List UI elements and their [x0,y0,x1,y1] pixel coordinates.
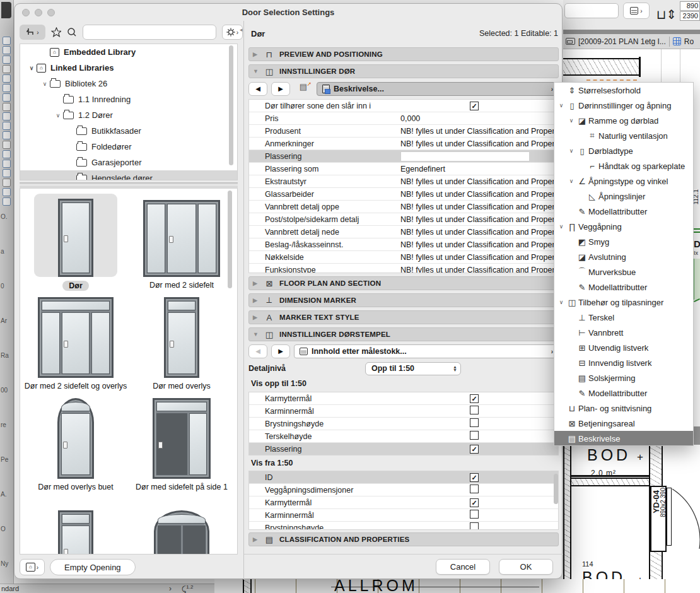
param-row-funksjonstype[interactable]: FunksjonstypeNB! fylles ut under Classif… [249,264,558,273]
param-value[interactable]: NB! fylles ut under Classification and P… [400,253,558,262]
thumbnail-partial-6[interactable] [25,496,126,555]
param-row-plassering-som[interactable]: Plassering somEgendefinert [249,163,558,175]
menu-item-smyg[interactable]: ◩Smyg [554,234,693,249]
menu-item-modellattributter[interactable]: ✎Modellattributter [554,279,693,295]
param-value[interactable]: Egendefinert [400,165,558,173]
empty-opening-button[interactable]: Empty Opening [50,559,136,575]
menu-item-betjeningsareal[interactable]: ⊠Betjeningsareal [554,416,693,431]
param-value[interactable]: NB! fylles ut under Classification and P… [400,139,558,148]
checklist-row-brystningsh-yde[interactable]: Brystningshøyde [249,522,558,530]
menu-item-modellattributter[interactable]: ✎Modellattributter [554,385,693,401]
expand-chevron-icon[interactable]: ∨ [40,81,50,87]
menu-item-avslutning[interactable]: ◪Avslutning [554,249,693,264]
palette-icon[interactable] [3,65,11,73]
menu-item-vannbrett[interactable]: ⊢Vannbrett [554,325,693,340]
library-part-button[interactable]: ⌂ › [20,559,45,575]
checklist-checkbox[interactable] [470,510,479,519]
param-value[interactable]: NB! fylles ut under Classification and P… [400,228,558,237]
stamp-page-selector[interactable]: Innhold etter målestokk... › [294,344,559,358]
menu-item--pningstype-og-vinkel[interactable]: ∨∠Åpningstype og vinkel [554,173,693,189]
param-value[interactable]: 0,000 [400,114,558,123]
palette-icon[interactable] [3,56,11,64]
palette-icon[interactable] [3,74,11,83]
pen-scale-icon[interactable]: ⤹1.2 [182,584,193,593]
thumbnail-d-r-med-sidefelt-p-side-1[interactable]: Dør med sidefelt på side 1 [131,396,232,491]
section-innstillinger-dorstempel[interactable]: ▼ ◫ INNSTILLINGER DØRSTEMPEL [248,327,559,341]
next-page-button[interactable]: ▶ [271,82,290,96]
thumbnail-d-r-med-overlys-buet[interactable]: Dør med overlys buet [25,396,126,491]
chevron-right-icon[interactable]: › [169,584,172,593]
tree-item-embedded-library[interactable]: ⌂Embedded Library [20,44,237,60]
thumbnail-d-r-med-overlys[interactable]: Dør med overlys [131,295,232,390]
background-input-field[interactable] [564,3,619,18]
checklist-row-karmytterm-l[interactable]: Karmyttermål✓ [249,496,558,509]
dialog-title-bar[interactable]: Door Selection Settings [15,4,562,21]
palette-icon[interactable] [3,93,11,102]
expand-chevron-icon[interactable]: ∨ [567,178,576,184]
expand-chevron-icon[interactable]: ∨ [26,65,37,71]
param-value[interactable]: NB! fylles ut under Classification and P… [400,240,558,249]
prev-page-button[interactable]: ◀ [248,82,267,96]
param-row-post-stolpe-sidekarm-detalj[interactable]: Post/stolpe/sidekarm detaljNB! fylles ut… [249,213,558,226]
tab-schedule[interactable]: Ro [684,37,694,46]
menu-item-vegg-pning[interactable]: ∨∏Veggåpning [554,219,693,234]
tree-item-1-1-innredning[interactable]: 1.1 Innredning [20,91,237,107]
section-preview-positioning[interactable]: ▶ ⊓ PREVIEW AND POSITIONING [248,47,559,61]
menu-item-murverksbue[interactable]: ⌒Murverksbue [554,264,693,279]
thumbnail-d-r-med-2-sidefelt[interactable]: Dør med 2 sidefelt [131,194,232,290]
checklist-row-karmytterm-l[interactable]: Karmyttermål✓ [249,392,558,405]
checklist-row-karminnerm-l[interactable]: Karminnermål [249,509,558,522]
palette-icon[interactable] [3,150,11,158]
palette-icon[interactable] [3,112,11,120]
checklist-checkbox[interactable] [470,522,479,530]
checklist-checkbox[interactable] [470,406,479,414]
thumbnail-scrollbar[interactable] [228,191,232,288]
palette-icon[interactable] [3,131,11,139]
door-height-field[interactable]: 2390 [680,11,700,21]
checklist-row-terskelh-yde[interactable]: Terskelhøyde [249,430,558,443]
palette-icon[interactable] [3,122,11,130]
checklist2-scrollbar[interactable] [554,474,558,504]
param-value[interactable]: NB! fylles ut under Classification and P… [400,203,558,211]
transfer-settings-button[interactable]: ▤ [294,82,313,96]
param-row-plassering[interactable]: Plassering [249,150,558,163]
menu-item-modellattributter[interactable]: ✎Modellattributter [554,204,693,219]
palette-icon[interactable] [3,160,11,168]
thumbnail-partial-7[interactable] [131,496,232,555]
menu-item-naturlig-ventilasjon[interactable]: ⌗Naturlig ventilasjon [554,128,693,143]
menu-item-innvendig-listverk[interactable]: ⊟Innvendig listverk [554,355,693,370]
expand-chevron-icon[interactable]: ∨ [557,223,566,230]
section-dimension-marker[interactable]: ▶ ⟂ DIMENSION MARKER [248,293,559,307]
tree-item-1-2-d-rer[interactable]: ∨1.2 Dører [20,107,237,123]
section-marker-text-style[interactable]: ▶ A MARKER TEXT STYLE [248,310,559,324]
menu-item--pningslinjer[interactable]: ◺Åpningslinjer [554,189,693,204]
checklist-checkbox[interactable]: ✓ [470,445,479,454]
expand-chevron-icon[interactable]: ∨ [567,117,576,124]
next-page-button[interactable]: ▶ [271,344,290,358]
param-value[interactable]: NB! fylles ut under Classification and P… [400,177,558,186]
expand-chevron-icon[interactable]: ∨ [557,299,566,305]
search-icon[interactable] [67,27,77,37]
tree-scrollbar[interactable] [229,45,233,165]
tree-item-bibliotek-26[interactable]: ∨Bibliotek 26 [20,76,237,91]
favorites-star-icon[interactable] [51,27,62,37]
expand-chevron-icon[interactable]: ∨ [557,102,566,109]
thumbnail-d-r-med-2-sidefelt-og-overlys[interactable]: Dør med 2 sidefelt og overlys [25,295,126,390]
checklist-checkbox[interactable]: ✓ [470,473,479,482]
menu-item-tilbeh-r-og-tilpasninger[interactable]: ∨◫Tilbehør og tilpasninger [554,295,693,310]
palette-icon[interactable] [3,46,11,54]
menu-item-solskjerming[interactable]: ▤Solskjerming [554,370,693,385]
param-row-vannbrett-detalj-nede[interactable]: Vannbrett detalj nedeNB! fylles ut under… [249,226,558,238]
palette-icon[interactable] [3,188,11,196]
detail-level-select[interactable]: Opp til 1:50 ▲▼ [365,362,461,375]
checklist-row-karminnerm-l[interactable]: Karminnermål [249,405,558,418]
checklist-checkbox[interactable] [470,431,479,440]
param-value[interactable]: NB! fylles ut under Classification and P… [400,215,558,224]
param-row-pris[interactable]: Pris0,000 [249,112,558,125]
tree-item-garasjeporter[interactable]: Garasjeporter [20,155,237,170]
palette-icon[interactable] [3,179,11,187]
tree-item-butikkfasader[interactable]: Butikkfasader [20,123,237,139]
param-row-glassarbeider[interactable]: GlassarbeiderNB! fylles ut under Classif… [249,188,558,201]
expand-chevron-icon[interactable]: ∨ [567,148,576,154]
param-row-ekstrautstyr[interactable]: EkstrautstyrNB! fylles ut under Classifi… [249,175,558,188]
